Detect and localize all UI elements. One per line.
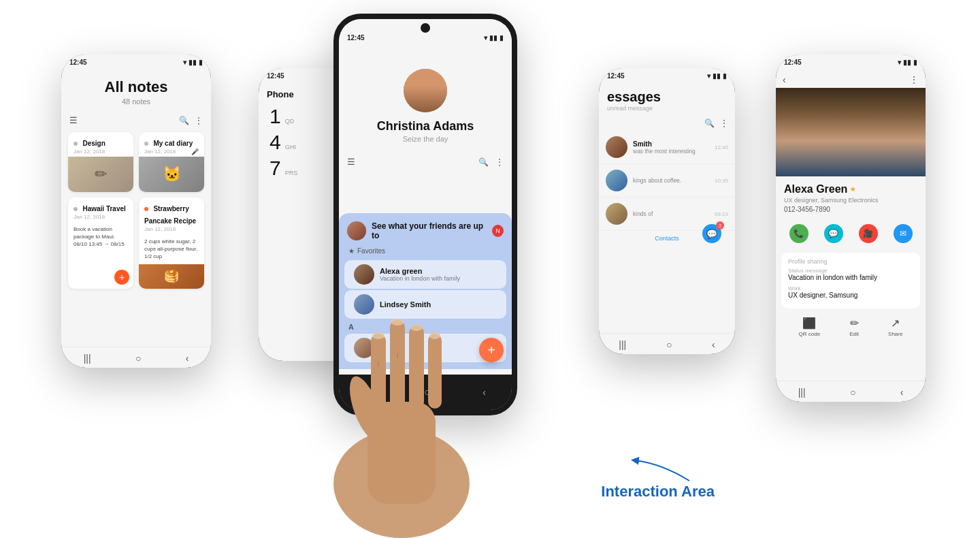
notes-grid: Design Jan 12, 2018 ✏ My cat diary 🎤 Jan… (61, 128, 211, 293)
chat-count: 3 (716, 221, 724, 230)
dialer-sub-4: GHI (285, 144, 296, 151)
social-popup-text: See what your friends are up to (372, 221, 487, 240)
social-contact-alexa[interactable]: Alexa green Vacation in london with fami… (344, 260, 506, 289)
detail-nav-menu[interactable]: ||| (798, 387, 806, 398)
center-more-icon[interactable]: ⋮ (495, 157, 504, 167)
email-btn[interactable]: ✉ (894, 224, 913, 243)
svg-rect-1 (368, 402, 436, 504)
back-arrow-icon[interactable]: ‹ (783, 74, 786, 85)
notif-dot: N (492, 225, 504, 237)
email-icon: ✉ (894, 224, 913, 243)
center-nav-back[interactable]: ‹ (483, 387, 486, 398)
nav-home-icon[interactable]: ○ (135, 353, 141, 364)
notes-nav: ||| ○ ‹ (61, 347, 211, 368)
edit-btn[interactable]: ✏ Edit (849, 317, 859, 337)
center-hamburger[interactable]: ☰ (347, 157, 355, 167)
call-btn[interactable]: 📞 (789, 224, 808, 243)
add-note-btn[interactable]: + (114, 270, 129, 285)
msg-preview-smith: was the most interesting (633, 148, 696, 155)
social-contact-lindsey[interactable]: Lindsey Smith (344, 290, 506, 319)
msg-avatar-smith (606, 136, 627, 158)
contact-status: Seize the day (403, 135, 448, 143)
msg-search-icon[interactable]: 🔍 (704, 118, 715, 128)
center-status-icons: ▾ ▮▮ ▮ (484, 34, 504, 42)
alexa-phone: 012-3456-7890 (784, 206, 917, 213)
wifi-icon-5: ▾ (898, 59, 901, 66)
video-btn[interactable]: 🎥 (859, 224, 878, 243)
msg-info-smith: Smith was the most interesting (633, 140, 696, 155)
messages-screen: 12:45 ▾ ▮▮ ▮ essages unread message 🔍 ⋮ … (599, 68, 735, 333)
note-pancake[interactable]: Strawberry Pancake Recipe Jan 12, 2018 2… (139, 197, 204, 289)
notes-status-bar: 12:45 ▾ ▮▮ ▮ (61, 54, 211, 69)
msg-nav: ||| ○ ‹ (599, 333, 735, 354)
msg-row-smith[interactable]: Smith was the most interesting 12:40 (599, 131, 735, 164)
battery-icon-5: ▮ (913, 59, 917, 66)
search-icon[interactable]: 🔍 (179, 116, 189, 125)
msg-status-bar: 12:45 ▾ ▮▮ ▮ (599, 68, 735, 82)
share-btn[interactable]: ↗ Share (888, 317, 902, 337)
message-btn[interactable]: 💬 (824, 224, 843, 243)
note-hawaii[interactable]: Hawaii Travel Jan 12, 2018 Book a vacati… (68, 197, 133, 289)
msg-subtitle: unread message (607, 105, 727, 112)
work-value: UX designer, Samsung (788, 291, 913, 299)
note-design[interactable]: Design Jan 12, 2018 ✏ (68, 132, 133, 192)
note-cat-img: 🐱 (139, 157, 204, 192)
messages-header: essages unread message (599, 82, 735, 116)
note-pancake-text: 2 cups white sugar, 2 cups all-purpose f… (139, 234, 204, 264)
nav-menu-icon[interactable]: ||| (84, 353, 91, 364)
nav-back-icon[interactable]: ‹ (186, 353, 189, 364)
detail-more-icon[interactable]: ⋮ (909, 74, 919, 85)
video-icon: 🎥 (859, 224, 878, 243)
qr-code-btn[interactable]: ⬛ QR code (799, 317, 821, 337)
contact-profile: Christina Adams Seize the day (339, 44, 512, 153)
note-cat-title: My cat diary (153, 140, 193, 147)
note-hawaii-title: Hawaii Travel (82, 205, 125, 212)
note-hawaii-text: Book a vacation package to Maui. 08/10 1… (68, 222, 133, 252)
msg-nav-menu[interactable]: ||| (619, 339, 626, 350)
msg-preview-3: kinds of (633, 210, 653, 217)
msg-time-smith: 12:40 (715, 144, 728, 151)
more-icon[interactable]: ⋮ (195, 116, 203, 125)
notes-screen: 12:45 ▾ ▮▮ ▮ All notes 48 notes ☰ 🔍 ⋮ (61, 54, 211, 347)
status-msg-label: Status message (788, 268, 913, 274)
center-search-icon[interactable]: 🔍 (478, 157, 489, 167)
note-cat-diary[interactable]: My cat diary 🎤 Jan 12, 2018 🐱 (139, 132, 204, 192)
edit-icon: ✏ (850, 317, 859, 330)
interaction-text: Interaction Area (601, 483, 715, 500)
msg-time-3: 09:23 (715, 211, 728, 217)
center-fab[interactable]: + (479, 338, 504, 362)
note-design-title: Design (82, 140, 105, 147)
alexa-avatar (354, 264, 374, 285)
dialer-sub-7: PRS (285, 170, 298, 176)
share-icon: ↗ (891, 317, 900, 330)
dialer-app-title: Phone (267, 89, 294, 99)
status-msg-value: Vacation in london with family (788, 274, 913, 281)
phone-notes: 12:45 ▾ ▮▮ ▮ All notes 48 notes ☰ 🔍 ⋮ (61, 54, 211, 368)
notes-title: All notes (69, 78, 203, 96)
detail-nav-back[interactable]: ‹ (900, 387, 904, 398)
msg-nav-home[interactable]: ○ (666, 339, 672, 350)
msg-more-icon[interactable]: ⋮ (720, 118, 728, 128)
detail-nav-home[interactable]: ○ (850, 387, 855, 398)
mic-icon: 🎤 (191, 148, 199, 155)
notes-toolbar: ☰ 🔍 ⋮ (61, 110, 211, 128)
qr-label: QR code (799, 331, 821, 337)
hamburger-icon[interactable]: ☰ (69, 115, 78, 125)
center-nav-menu[interactable]: ||| (365, 387, 372, 398)
detail-nav: ||| ○ ‹ (776, 381, 926, 402)
notes-time: 12:45 (69, 59, 87, 66)
phone-center: 12:45 ▾ ▮▮ ▮ Christina Adams Seize the d… (333, 14, 517, 415)
signal-icon-4: ▮▮ (713, 72, 721, 80)
detail-status-icons: ▾ ▮▮ ▮ (898, 59, 917, 66)
interaction-arrow-svg (621, 457, 703, 484)
anon-avatar (354, 338, 374, 358)
msg-row-2[interactable]: kings about coffee. 10:35 (599, 164, 735, 197)
notes-status-icons: ▾ ▮▮ ▮ (183, 59, 203, 66)
center-nav-home[interactable]: ○ (424, 386, 431, 398)
msg-nav-back[interactable]: ‹ (712, 339, 715, 350)
battery-icon: ▮ (199, 59, 203, 66)
message-icon: 💬 (824, 224, 843, 243)
dialer-time: 12:45 (267, 72, 284, 80)
center-screen: 12:45 ▾ ▮▮ ▮ Christina Adams Seize the d… (339, 19, 512, 410)
scene: 12:45 ▾ ▮▮ ▮ All notes 48 notes ☰ 🔍 ⋮ (0, 0, 980, 538)
